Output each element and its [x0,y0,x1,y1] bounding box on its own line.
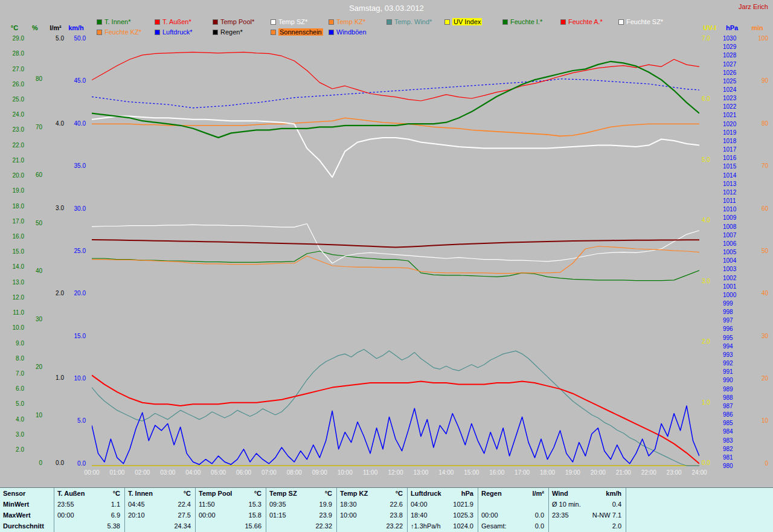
series-t_aussen [92,375,699,463]
axis-tick-label: 1000 [723,292,736,298]
axis-tick-label: 1003 [723,266,736,272]
axis-tick-label: 13.0 [13,280,24,286]
series-temp_pool [92,240,699,248]
axis-tick-label: 0 [765,461,768,467]
axis-tick-label: 3.0 [702,278,710,284]
max-time: 18:40 [411,510,428,521]
axis-tick-label: 10.0 [13,325,24,331]
axis-tick-label: 40 [36,268,42,274]
legend-item-temp-sz[interactable]: Temp SZ* [271,18,329,25]
axis-tick-label: 998 [723,309,733,315]
legend-item-t-au-en[interactable]: T. Außen* [155,18,213,25]
max-value: 23.9 [319,510,332,521]
legend-item-feuchte-kz[interactable]: Feuchte KZ* [97,28,155,36]
stats-group-luftdruck: LuftdruckhPa04:001021.918:401025.3↑1.3hP… [408,488,478,532]
axis-tick-label: 980 [723,463,733,469]
legend-color-marker [213,30,218,35]
axis-tick-label: 20.0 [13,173,24,179]
axis-tick-label: 992 [723,361,733,367]
stats-row-label: MaxWert [3,510,31,521]
sensor-name: Temp SZ [269,488,297,499]
axis-tick-label: 7.0 [702,36,710,42]
axis-tick-label: 999 [723,301,733,307]
stats-row-label: Sensor [3,488,25,499]
x-axis-label: 07:00 [261,469,277,476]
axis-tick-label: 1030 [723,36,736,42]
series-luftdruck [92,79,699,108]
stats-filler [626,488,773,532]
axis-header-lm: l/m² [47,24,64,31]
axis-tick-label: 10 [762,418,768,424]
axis-tick-label: 100 [758,36,768,42]
axis-tick-label: 982 [723,446,733,452]
axis-tick-label: 1024 [723,87,736,93]
legend-item-windb-en[interactable]: Windböen [329,28,386,36]
avg-note: Gesamt: [481,521,507,531]
legend-item-temp-kz[interactable]: Temp KZ* [329,18,386,25]
x-axis-label: 13:00 [413,469,428,476]
axis-tick-label: 20 [36,364,42,370]
legend-item-feuchte-sz[interactable]: Feuchte SZ* [618,18,676,25]
avg-value: 15.66 [245,521,261,531]
legend-color-marker [155,30,160,35]
max-value: 0.0 [535,510,544,521]
legend-item-luftdruck[interactable]: Luftdruck* [155,28,213,36]
axis-tick-label: 26.0 [13,82,24,88]
legend-item-feuchte-a[interactable]: Feuchte A.* [560,18,618,25]
axis-kmh: 50.045.040.035.030.025.020.015.010.05.00… [66,39,86,466]
legend-color-marker [271,30,276,35]
legend-item-t-innen[interactable]: T. Innen* [97,18,155,25]
legend-item-temp-pool[interactable]: Temp Pool* [213,18,271,25]
legend-label: Regen* [220,28,243,36]
legend-color-marker [329,19,334,25]
axis-tick-label: 1025 [723,79,736,85]
axis-tick-label: 23.0 [13,127,24,133]
axis-tick-label: 5.0 [77,418,86,424]
axis-tick-label: 30 [36,316,42,322]
axis-hpa: 1030102910281027102610251024102310221021… [723,39,741,466]
axis-tick-label: 1.0 [702,400,710,406]
axis-tick-label: 1008 [723,224,736,230]
axis-tick-label: 8.0 [16,356,24,362]
avg-value: 24.34 [174,521,191,531]
series-temp_wind [92,350,699,466]
legend-color-marker [97,30,102,35]
legend-item-feuchte-i[interactable]: Feuchte I.* [502,18,560,25]
legend-label: Feuchte I.* [510,18,542,25]
axis-tick-label: 1017 [723,147,736,153]
axis-tick-label: 6.0 [16,386,24,392]
min-time: 23:55 [57,499,74,510]
x-axis-label: 23:00 [667,469,682,476]
axis-tick-label: 20 [762,376,768,382]
legend-item-sonnenschein[interactable]: Sonnenschein [271,28,329,36]
min-value: 22.6 [390,499,403,510]
min-time: 11:50 [199,499,215,510]
axis-tick-label: 45.0 [74,78,86,84]
axis-tick-label: 1027 [723,62,736,68]
legend-label: Temp SZ* [278,18,307,25]
series-t_innen [92,62,699,138]
min-time: 04:45 [128,499,145,510]
axis-tick-label: 996 [723,326,733,332]
legend-color-marker [271,19,276,25]
series-feuchte_sz [92,224,699,264]
legend-item-uv-index[interactable]: UV Index [444,18,502,25]
axis-tick-label: 22.0 [13,143,24,149]
axis-tick-label: 4.0 [56,121,64,127]
axis-tick-label: 990 [723,377,733,383]
user-name-label: Jarz Erich [739,3,768,10]
legend-label: UV Index [452,18,482,25]
axis-tick-label: 5.0 [702,157,710,163]
x-axis-label: 12:00 [388,469,403,476]
axis-tick-label: 1002 [723,275,736,281]
axis-tick-label: 50 [762,248,768,254]
legend-item-temp-wind[interactable]: Temp. Wind* [386,18,444,25]
min-value: 15.3 [249,499,261,510]
legend-item-regen[interactable]: Regen* [213,28,271,36]
x-axis-label: 05:00 [211,469,226,476]
stats-group-t-innen: T. Innen°C04:4522.420:1027.524.34 [125,488,196,532]
legend-color-marker [386,19,392,25]
axis-header-: % [28,24,42,31]
sensor-name: Luftdruck [411,488,441,499]
axis-tick-label: 984 [723,429,733,435]
